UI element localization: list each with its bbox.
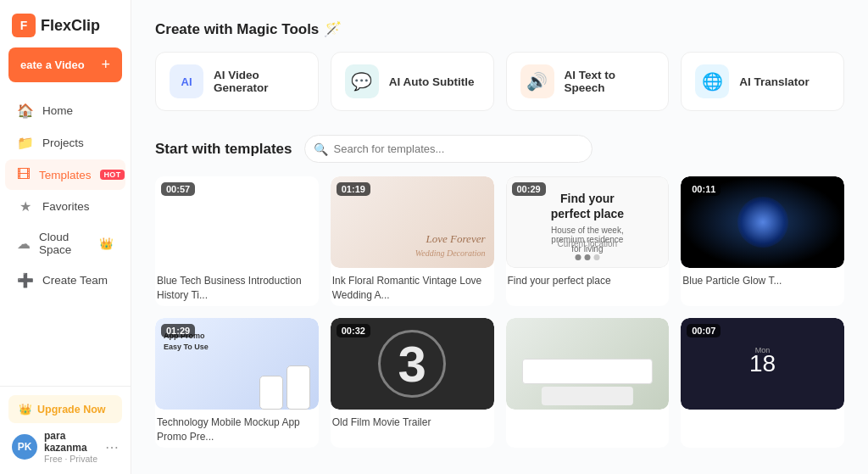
user-name: para kazanma xyxy=(44,430,98,454)
template-name: Ink Floral Romantic Vintage Love Wedding… xyxy=(331,268,494,306)
sidebar: F FlexClip eate a Video + 🏠 Home 📁 Proje… xyxy=(0,0,131,474)
sidebar-item-templates[interactable]: 🎞 Templates HOT xyxy=(5,159,125,190)
ai-translator-label: AI Translator xyxy=(739,75,810,88)
duration-badge: 00:57 xyxy=(161,182,195,196)
sidebar-item-favorites[interactable]: ★ Favorites xyxy=(5,191,125,222)
template-card-real-estate[interactable]: Find yourperfect place House of the week… xyxy=(506,176,670,306)
template-name: Find your perfect place xyxy=(506,268,670,292)
template-card-particle[interactable]: 00:11 Blue Particle Glow T... xyxy=(681,176,844,306)
favorites-icon: ★ xyxy=(17,198,34,215)
templates-icon: 🎞 xyxy=(17,167,31,182)
template-card-film-trailer[interactable]: 3 00:32 Old Film Movie Trailer xyxy=(331,318,494,448)
template-name: Old Film Movie Trailer xyxy=(331,410,494,433)
logo-icon: F xyxy=(12,14,36,37)
sidebar-item-create-team-label: Create Team xyxy=(42,274,108,287)
template-name xyxy=(506,410,670,425)
template-thumb-re2 xyxy=(506,318,670,410)
home-icon: 🏠 xyxy=(17,103,34,119)
ai-video-generator-icon: AI xyxy=(170,64,203,98)
template-thumb-real-estate: Find yourperfect place House of the week… xyxy=(506,176,670,268)
upgrade-label: Upgrade Now xyxy=(37,404,106,415)
duration-badge: 00:29 xyxy=(512,182,546,196)
search-input[interactable] xyxy=(304,135,593,163)
avatar: PK xyxy=(12,434,37,460)
sidebar-item-projects-label: Projects xyxy=(42,137,84,149)
sidebar-item-cloud-space[interactable]: ☁ Cloud Space 👑 xyxy=(5,223,125,264)
sidebar-item-create-team[interactable]: ➕ Create Team xyxy=(5,265,125,296)
magic-tool-ai-translator[interactable]: 🌐 AI Translator xyxy=(681,52,844,111)
duration-badge: 00:32 xyxy=(337,324,370,337)
template-thumb-film: 3 00:32 xyxy=(331,318,494,410)
template-thumb-wedding: Love ForeverWedding Decoration 01:19 xyxy=(331,176,494,268)
crown-icon: 👑 xyxy=(99,237,114,250)
user-info: para kazanma Free · Private xyxy=(44,430,98,464)
duration-badge: 01:19 xyxy=(337,182,370,196)
create-video-label: eate a Video xyxy=(20,59,85,71)
create-video-button[interactable]: eate a Video + xyxy=(8,47,122,82)
create-team-icon: ➕ xyxy=(17,272,34,288)
duration-badge: 01:29 xyxy=(161,324,195,337)
template-thumb-mobile2: 18 Mon 00:07 xyxy=(681,318,844,410)
magic-tool-ai-video-generator[interactable]: AI AI Video Generator xyxy=(155,52,319,111)
ai-auto-subtitle-label: AI Auto Subtitle xyxy=(389,75,475,88)
sidebar-item-cloud-label: Cloud Space xyxy=(39,231,91,256)
template-card-blue-tech[interactable]: ABOUT OURCOMPANYHISTORY 00:57 Blue Tech … xyxy=(155,176,319,306)
templates-grid: ABOUT OURCOMPANYHISTORY 00:57 Blue Tech … xyxy=(155,176,844,448)
duration-badge: 00:11 xyxy=(687,182,721,196)
ai-text-to-speech-icon: 🔊 xyxy=(520,64,554,98)
search-bar: 🔍 xyxy=(304,135,593,163)
ai-text-to-speech-label: AI Text to Speech xyxy=(565,69,655,94)
templates-header: Start with templates 🔍 xyxy=(155,135,844,163)
search-icon: 🔍 xyxy=(314,142,328,156)
projects-icon: 📁 xyxy=(17,135,34,151)
ai-video-generator-label: AI Video Generator xyxy=(214,69,304,94)
sidebar-nav: 🏠 Home 📁 Projects 🎞 Templates HOT ★ Favo… xyxy=(0,91,131,386)
main-content: Create with Magic Tools 🪄 AI AI Video Ge… xyxy=(131,0,868,474)
sidebar-item-home[interactable]: 🏠 Home xyxy=(5,95,125,126)
magic-tool-ai-text-to-speech[interactable]: 🔊 AI Text to Speech xyxy=(506,52,670,111)
template-name: Blue Tech Business Introduction History … xyxy=(155,268,319,306)
duration-badge: 00:07 xyxy=(687,324,721,337)
ai-translator-icon: 🌐 xyxy=(695,64,729,98)
template-thumb-particle: 00:11 xyxy=(681,176,844,268)
sidebar-item-home-label: Home xyxy=(42,104,73,117)
sidebar-item-templates-label: Templates xyxy=(39,169,92,181)
upgrade-icon: 👑 xyxy=(19,403,32,415)
magic-tools-title: Create with Magic Tools 🪄 xyxy=(155,20,844,38)
user-more-button[interactable]: ⋯ xyxy=(105,439,119,455)
user-plan: Free · Private xyxy=(44,454,98,464)
upgrade-button[interactable]: 👑 Upgrade Now xyxy=(8,395,122,423)
cloud-icon: ☁ xyxy=(17,236,31,252)
sidebar-bottom: 👑 Upgrade Now PK para kazanma Free · Pri… xyxy=(0,386,131,474)
sidebar-item-projects[interactable]: 📁 Projects xyxy=(5,127,125,159)
template-name: Blue Particle Glow T... xyxy=(681,268,844,292)
wand-emoji-icon: 🪄 xyxy=(324,20,342,38)
template-card-re2[interactable] xyxy=(506,318,670,448)
template-card-app-promo[interactable]: App PromoEasy To Use 01:29 Technology Mo… xyxy=(155,318,319,448)
logo: F FlexClip xyxy=(0,0,131,47)
ai-auto-subtitle-icon: 💬 xyxy=(345,64,379,98)
template-name xyxy=(681,410,844,425)
app-name: FlexClip xyxy=(41,17,100,35)
hot-badge: HOT xyxy=(100,170,125,180)
template-card-mobile2[interactable]: 18 Mon 00:07 xyxy=(681,318,844,448)
template-thumb-blue-tech: ABOUT OURCOMPANYHISTORY 00:57 xyxy=(155,176,319,268)
magic-tools-grid: AI AI Video Generator 💬 AI Auto Subtitle… xyxy=(155,52,844,111)
create-video-plus-icon: + xyxy=(101,56,110,74)
user-row: PK para kazanma Free · Private ⋯ xyxy=(8,423,122,466)
template-thumb-app-promo: App PromoEasy To Use 01:29 xyxy=(155,318,319,410)
templates-section-title: Start with templates xyxy=(155,141,292,158)
magic-tool-ai-auto-subtitle[interactable]: 💬 AI Auto Subtitle xyxy=(331,52,494,111)
sidebar-item-favorites-label: Favorites xyxy=(42,200,90,213)
template-name: Technology Mobile Mockup App Promo Pre..… xyxy=(155,410,319,448)
template-card-wedding[interactable]: Love ForeverWedding Decoration 01:19 Ink… xyxy=(331,176,494,306)
